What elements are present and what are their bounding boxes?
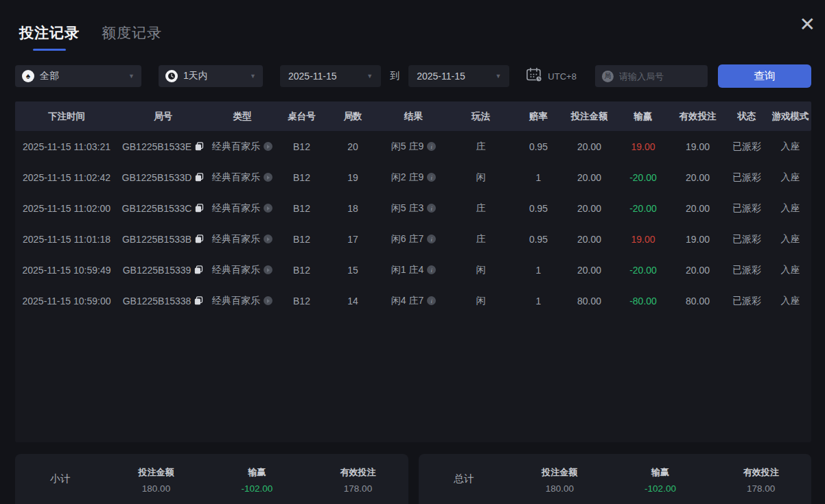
timezone-indicator: UTC+8 [526, 67, 577, 85]
date-to-picker[interactable]: 2025-11-15 ▼ [408, 65, 509, 87]
copy-icon[interactable] [195, 204, 204, 213]
valid-bet: 19.00 [671, 141, 724, 152]
round-id: GB1225B15339 [123, 265, 191, 276]
play-type: 庄 [448, 141, 513, 153]
subtotal-valid-bet: 有效投注 178.00 [307, 465, 408, 494]
subtotal-win-loss: 输赢 -102.00 [207, 465, 307, 494]
game-type-cell: 经典百家乐 [208, 264, 277, 276]
round-number: 14 [327, 296, 379, 307]
round-id-cell: GB1225B1533E [118, 141, 208, 152]
win-loss: -20.00 [615, 172, 671, 183]
table-row: 2025-11-15 10:59:00 GB1225B15338 经典百家乐 B… [15, 285, 811, 316]
copy-icon[interactable] [195, 142, 204, 151]
col-header: 游戏模式 [769, 110, 811, 123]
bet-time: 2025-11-15 11:03:21 [15, 141, 118, 152]
date-from-picker[interactable]: 2025-11-15 ▼ [280, 65, 381, 87]
game-type: 经典百家乐 [212, 141, 260, 153]
bet-amount: 20.00 [563, 141, 615, 152]
game-type-select[interactable]: ♠ 全部 ▼ [15, 65, 141, 87]
bet-time: 2025-11-15 10:59:49 [15, 265, 118, 276]
status: 已派彩 [724, 295, 769, 307]
status: 已派彩 [724, 141, 769, 153]
active-tab-underline [33, 49, 66, 51]
copy-icon[interactable] [194, 265, 203, 274]
odds: 0.95 [513, 141, 563, 152]
replay-icon[interactable] [264, 173, 272, 182]
replay-icon[interactable] [264, 265, 272, 274]
result-value: 闲2 庄9 [391, 171, 423, 184]
table-row: 2025-11-15 11:02:42 GB1225B1533D 经典百家乐 B… [15, 162, 811, 193]
col-header: 下注时间 [15, 110, 118, 123]
col-header: 局号 [118, 110, 208, 123]
odds: 0.95 [513, 203, 563, 214]
copy-icon[interactable] [195, 173, 204, 182]
table-row: 2025-11-15 11:01:18 GB1225B1533B 经典百家乐 B… [15, 224, 811, 254]
time-range-value: 1天内 [183, 70, 208, 82]
status: 已派彩 [724, 202, 769, 215]
clock-icon [165, 70, 178, 82]
round-number: 17 [327, 234, 379, 245]
info-icon[interactable]: i [427, 296, 436, 305]
result-value: 闲5 庄3 [391, 202, 423, 215]
table-number: B12 [277, 172, 327, 183]
win-loss: 19.00 [615, 141, 671, 152]
col-header: 输赢 [615, 110, 671, 123]
close-icon[interactable]: ✕ [800, 15, 815, 34]
round-search-input[interactable] [619, 71, 695, 82]
status: 已派彩 [724, 264, 769, 276]
result-cell: 闲5 庄3 i [379, 202, 448, 215]
play-type: 闲 [448, 171, 513, 184]
game-mode: 入座 [769, 171, 811, 184]
odds: 1 [513, 172, 563, 183]
valid-bet: 20.00 [671, 265, 724, 276]
info-icon[interactable]: i [427, 265, 436, 274]
replay-icon[interactable] [264, 296, 272, 305]
replay-icon[interactable] [264, 204, 272, 213]
timezone-label: UTC+8 [548, 71, 577, 82]
total-panel: 总计 投注金额 180.00 输赢 -102.00 有效投注 178.00 [419, 454, 811, 504]
col-header: 赔率 [513, 110, 563, 123]
bet-amount: 80.00 [563, 296, 615, 307]
total-title: 总计 [419, 472, 509, 485]
info-icon[interactable]: i [427, 235, 436, 243]
bet-amount: 20.00 [563, 234, 615, 245]
odds: 0.95 [513, 234, 563, 245]
result-value: 闲5 庄9 [391, 141, 423, 153]
play-type: 闲 [448, 295, 513, 307]
result-cell: 闲5 庄9 i [379, 141, 448, 153]
replay-icon[interactable] [264, 142, 272, 151]
round-number: 20 [327, 141, 379, 152]
query-button[interactable]: 查询 [718, 64, 811, 88]
result-value: 闲4 庄7 [391, 295, 423, 307]
round-id: GB1225B1533C [122, 203, 192, 214]
info-icon[interactable]: i [427, 173, 436, 182]
subtotal-bet-amount: 投注金额 180.00 [106, 465, 207, 494]
bet-amount: 20.00 [563, 172, 615, 183]
round-id: GB1225B1533B [122, 234, 191, 245]
valid-bet: 80.00 [671, 296, 724, 307]
date-to-value: 2025-11-15 [417, 71, 465, 82]
time-range-select[interactable]: 1天内 ▼ [159, 65, 263, 87]
total-valid-bet: 有效投注 178.00 [710, 465, 811, 494]
round-number: 18 [327, 203, 379, 214]
date-from-value: 2025-11-15 [288, 71, 337, 82]
play-type: 闲 [448, 264, 513, 276]
play-type: 庄 [448, 233, 513, 245]
game-type: 经典百家乐 [212, 295, 260, 307]
tab-bet-records[interactable]: 投注记录 [19, 23, 80, 51]
replay-icon[interactable] [264, 235, 272, 243]
info-icon[interactable]: i [427, 204, 436, 213]
result-cell: 闲4 庄7 i [379, 295, 448, 307]
tab-quota-records[interactable]: 额度记录 [102, 23, 162, 51]
round-id: GB1225B15338 [123, 296, 191, 307]
table-row: 2025-11-15 10:59:49 GB1225B15339 经典百家乐 B… [15, 254, 811, 285]
result-value: 闲1 庄4 [391, 264, 423, 276]
chevron-down-icon: ▼ [128, 73, 135, 80]
copy-icon[interactable] [194, 296, 203, 305]
copy-icon[interactable] [195, 235, 204, 243]
win-loss: -20.00 [615, 203, 671, 214]
info-icon[interactable]: i [427, 142, 436, 151]
to-label: 到 [390, 70, 399, 82]
round-id-cell: GB1225B1533C [118, 203, 208, 214]
calendar-clock-icon[interactable] [526, 67, 542, 85]
